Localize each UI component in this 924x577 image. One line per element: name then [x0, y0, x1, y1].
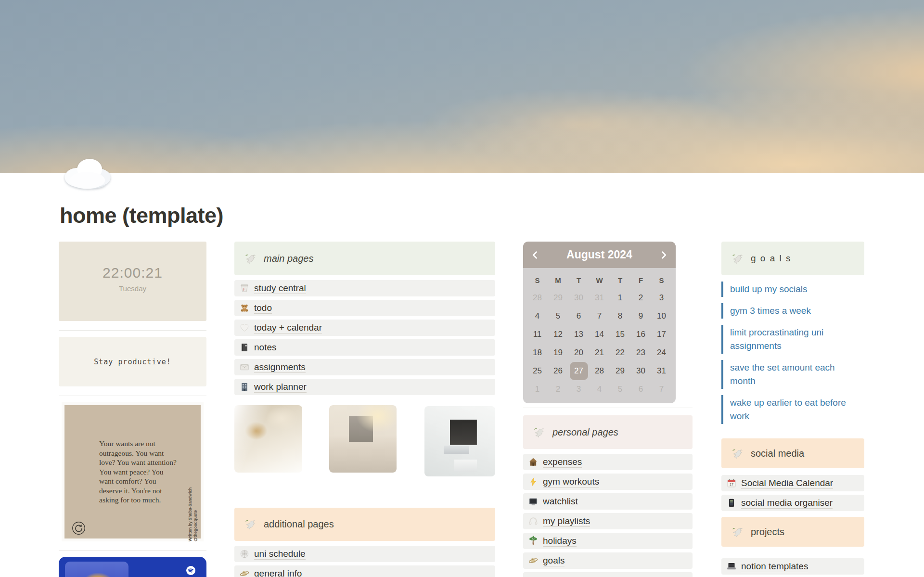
calendar-day-header: S	[527, 272, 548, 289]
calendar-day[interactable]: 27	[568, 362, 589, 380]
calendar-day[interactable]: 21	[589, 344, 610, 362]
calendar-day[interactable]: 4	[589, 380, 610, 398]
calendar-day[interactable]: 7	[651, 380, 672, 398]
calendar-day[interactable]: 4	[527, 307, 548, 325]
calendar-day[interactable]: 26	[548, 362, 568, 380]
calendar-day[interactable]: 5	[610, 380, 630, 398]
page-link-label: watchlist	[543, 496, 578, 507]
page-link-general-info[interactable]: general info	[234, 565, 495, 577]
calendar-day[interactable]: 28	[527, 289, 548, 307]
mobile-phone-icon	[726, 498, 737, 508]
tear-calendar-icon: 17	[726, 478, 737, 488]
calendar-day[interactable]: 6	[568, 307, 589, 325]
calendar-day[interactable]: 10	[651, 307, 672, 325]
calendar-day[interactable]: 13	[568, 325, 589, 344]
takeout-box-icon	[239, 283, 250, 294]
calendar-day[interactable]: 16	[630, 325, 651, 344]
projects-list: notion templates	[721, 558, 864, 577]
quote-widget[interactable]: Your wants are not outrageous. You want …	[62, 402, 204, 541]
calendar-day[interactable]: 14	[589, 325, 610, 344]
vanity-mirror-photo[interactable]	[329, 405, 397, 473]
spotify-logo-icon[interactable]	[185, 565, 196, 576]
calendar-day[interactable]: 24	[651, 344, 672, 362]
desk-setup-photo[interactable]	[424, 406, 495, 476]
calendar-day[interactable]: 5	[548, 307, 568, 325]
calendar-day[interactable]: 12	[548, 325, 568, 344]
additional-pages-list: uni schedulegeneral info	[234, 546, 495, 577]
page-link-social-media-organiser[interactable]: social media organiser	[721, 495, 864, 511]
goal-item: wake up earlier to eat before work	[721, 395, 864, 424]
page-link-todo[interactable]: todo	[234, 300, 495, 316]
calendar-day[interactable]: 7	[589, 307, 610, 325]
calendar-day[interactable]: 3	[651, 289, 672, 307]
page-link-my-playlists[interactable]: my playlists	[523, 513, 693, 529]
main-pages-header: main pages	[234, 242, 495, 275]
page-link-work-planner[interactable]: work planner	[234, 379, 495, 395]
calendar-prev-button[interactable]	[530, 250, 540, 260]
calendar-day-header: F	[630, 272, 651, 289]
page-link-goals[interactable]: goals	[523, 552, 693, 569]
notion-home-page: home (template) 22:00:21 Tuesday Stay pr…	[0, 0, 924, 577]
calendar-day[interactable]: 8	[610, 307, 630, 325]
page-link-notion-templates[interactable]: notion templates	[721, 558, 864, 575]
calendar-day[interactable]: 2	[548, 380, 568, 398]
divider	[59, 396, 206, 396]
calendar-day[interactable]: 11	[527, 325, 548, 344]
calendar-day[interactable]: 2	[630, 289, 651, 307]
page-link-uni-schedule[interactable]: uni schedule	[234, 546, 495, 562]
svg-text:17: 17	[730, 483, 733, 487]
calendar-day-header: S	[651, 272, 672, 289]
calendar-day[interactable]: 30	[630, 362, 651, 380]
page-link-social-media-calendar[interactable]: 17Social Media Calendar	[721, 475, 864, 491]
calendar-day[interactable]: 19	[548, 344, 568, 362]
page-link-study-central[interactable]: study central	[234, 280, 495, 296]
calendar-day[interactable]: 18	[527, 344, 548, 362]
laptop-icon	[726, 561, 737, 572]
spotify-embed[interactable]	[59, 557, 206, 577]
calendar-day[interactable]: 15	[610, 325, 630, 344]
page-link-partial[interactable]	[523, 572, 693, 577]
refresh-icon[interactable]	[71, 521, 86, 536]
page-link-assignments[interactable]: assignments	[234, 359, 495, 375]
clock-widget: 22:00:21 Tuesday	[59, 242, 206, 321]
page-link-label: social media organiser	[741, 497, 833, 509]
page-link-label: study central	[254, 282, 306, 294]
calendar-day[interactable]: 9	[630, 307, 651, 325]
cover-image	[0, 0, 924, 173]
calendar-day[interactable]: 28	[589, 362, 610, 380]
calendar-day[interactable]: 29	[610, 362, 630, 380]
calendar-day[interactable]: 1	[610, 289, 630, 307]
calendar-day[interactable]: 17	[651, 325, 672, 344]
white-heart-icon	[239, 322, 250, 333]
cloud-page-icon[interactable]	[60, 151, 115, 192]
calendar-day[interactable]: 3	[568, 380, 589, 398]
calendar-day[interactable]: 22	[610, 344, 630, 362]
page-link-holidays[interactable]: holidays	[523, 533, 693, 549]
calendar-next-button[interactable]	[659, 250, 668, 260]
calendar-day[interactable]: 20	[568, 344, 589, 362]
clock-time: 22:00:21	[59, 265, 206, 281]
page-link-gym-workouts[interactable]: gym workouts	[523, 474, 693, 490]
calendar-day[interactable]: 29	[548, 289, 568, 307]
calendar-day[interactable]: 31	[651, 362, 672, 380]
teddy-bear-icon	[239, 303, 250, 313]
personal-pages-header: personal pages	[523, 415, 693, 449]
page-link-expenses[interactable]: expenses	[523, 454, 693, 470]
calendar-header: August 2024	[523, 242, 676, 268]
page-link-label: gym workouts	[543, 476, 599, 487]
calendar-day[interactable]: 31	[589, 289, 610, 307]
page-link-notes[interactable]: notes	[234, 339, 495, 356]
page-link-label: todo	[254, 302, 272, 314]
calendar-day[interactable]: 6	[630, 380, 651, 398]
page-link-label: holidays	[543, 535, 577, 547]
quote-text: Your wants are not outrageous. You want …	[99, 439, 185, 505]
page-link-today-calendar[interactable]: today + calendar	[234, 320, 495, 336]
page-link-watchlist[interactable]: watchlist	[523, 493, 693, 510]
page-title[interactable]: home (template)	[60, 203, 223, 228]
calendar-day[interactable]: 23	[630, 344, 651, 362]
calendar-day[interactable]: 25	[527, 362, 548, 380]
calendar-day[interactable]: 1	[527, 380, 548, 398]
page-link-label: Social Media Calendar	[741, 477, 833, 489]
calendar-day[interactable]: 30	[568, 289, 589, 307]
desk-journal-photo[interactable]	[234, 405, 302, 473]
